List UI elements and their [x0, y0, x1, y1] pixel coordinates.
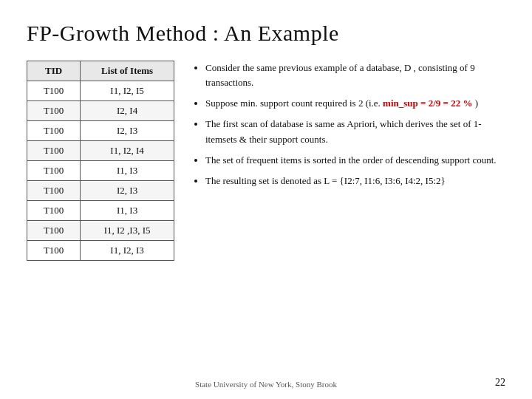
table-wrapper: TID List of Items T100I1, I2, I5T100I2, … — [27, 61, 174, 261]
bullet-item: Consider the same previous example of a … — [205, 61, 505, 90]
bullet-item: The first scan of database is same as Ap… — [205, 117, 505, 146]
cell-tid: T100 — [27, 101, 81, 121]
cell-tid: T100 — [27, 141, 81, 161]
footer: State University of New York, Stony Broo… — [0, 380, 532, 389]
table-row: T100I2, I4 — [27, 101, 174, 121]
table-row: T100I2, I3 — [27, 121, 174, 141]
page-number: 22 — [495, 377, 505, 389]
cell-items: I1, I2, I3 — [81, 241, 174, 261]
table-row: T100I1, I2, I4 — [27, 141, 174, 161]
bullet-item: The set of frequent items is sorted in t… — [205, 153, 505, 168]
table-row: T100I1, I2 ,I3, I5 — [27, 221, 174, 241]
table-row: T100I2, I3 — [27, 181, 174, 201]
table-row: T100I1, I2, I3 — [27, 241, 174, 261]
cell-items: I1, I2, I4 — [81, 141, 174, 161]
bullet-item: The resulting set is denoted as L = {I2:… — [205, 174, 505, 188]
cell-tid: T100 — [27, 161, 81, 181]
institution-label: State University of New York, Stony Broo… — [195, 380, 337, 389]
cell-items: I1, I2 ,I3, I5 — [81, 221, 174, 241]
cell-items: I1, I2, I5 — [81, 81, 174, 101]
cell-tid: T100 — [27, 121, 81, 141]
table-row: T100I1, I3 — [27, 161, 174, 181]
cell-items: I2, I4 — [81, 101, 174, 121]
bullet-list: Consider the same previous example of a … — [192, 61, 505, 188]
highlight-text: min_sup = 2/9 = 22 % — [383, 98, 472, 109]
cell-items: I1, I3 — [81, 201, 174, 221]
page-title: FP-Growth Method : An Example — [27, 21, 505, 46]
table-row: T100I1, I3 — [27, 201, 174, 221]
cell-tid: T100 — [27, 181, 81, 201]
cell-tid: T100 — [27, 221, 81, 241]
table-row: T100I1, I2, I5 — [27, 81, 174, 101]
data-table: TID List of Items T100I1, I2, I5T100I2, … — [27, 61, 174, 261]
cell-tid: T100 — [27, 81, 81, 101]
page: FP-Growth Method : An Example TID List o… — [0, 0, 532, 276]
cell-tid: T100 — [27, 201, 81, 221]
cell-tid: T100 — [27, 241, 81, 261]
content-area: TID List of Items T100I1, I2, I5T100I2, … — [27, 61, 505, 261]
col-header-tid: TID — [27, 61, 81, 81]
cell-items: I2, I3 — [81, 181, 174, 201]
col-header-items: List of Items — [81, 61, 174, 81]
bullet-item: Suppose min. support count required is 2… — [205, 96, 505, 111]
cell-items: I1, I3 — [81, 161, 174, 181]
cell-items: I2, I3 — [81, 121, 174, 141]
bullet-area: Consider the same previous example of a … — [192, 61, 505, 194]
